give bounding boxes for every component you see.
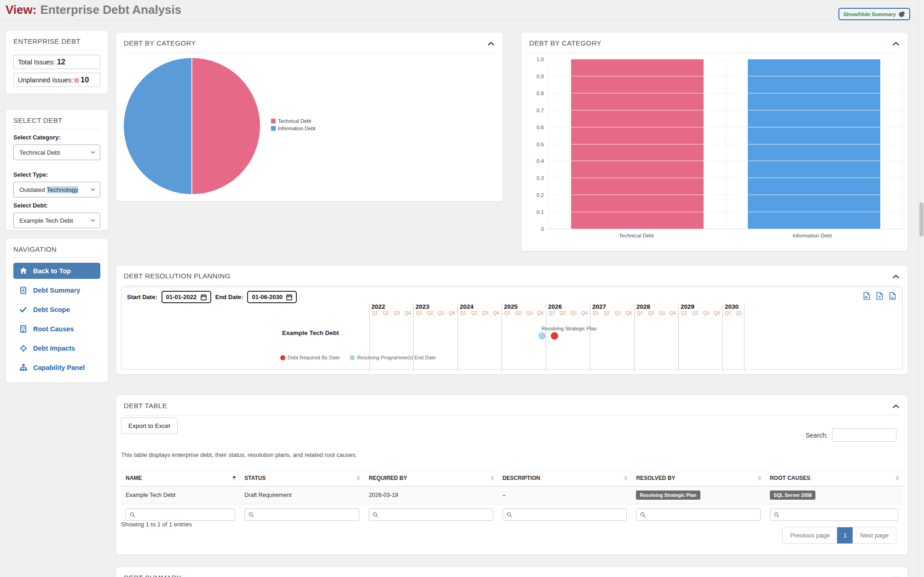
pie-legend-swatch (271, 119, 276, 123)
collapse-chevron-icon[interactable] (892, 402, 900, 410)
current-page-button[interactable]: 1 (837, 527, 853, 543)
timeline-quarter-label: Q2 (733, 311, 744, 316)
timeline-date-controls: Start Date: 01-01-2022 End Date: 01-06-2… (127, 291, 297, 303)
timeline-quarter-label: Q3 (701, 311, 712, 316)
column-header-root-causes[interactable]: ROOT CAUSES (765, 470, 903, 486)
filter-input-root-causes[interactable] (782, 512, 894, 518)
check-icon (19, 307, 27, 312)
vertical-scrollbar[interactable] (918, 0, 924, 577)
column-header-required-by[interactable]: REQUIRED BY (364, 470, 498, 486)
collapse-chevron-icon[interactable] (892, 272, 900, 281)
ppt-file-icon[interactable]: P (876, 292, 883, 300)
nav-item-debt-impacts[interactable]: Debt Impacts (13, 340, 100, 356)
timeline-quarter-label: Q4 (579, 311, 590, 316)
sort-icon (232, 476, 236, 481)
previous-page-button[interactable]: Previous page (783, 527, 837, 543)
end-date-label: End Date: (215, 294, 243, 300)
bar-chart: 1.00.90.80.70.60.50.40.30.20.10 (529, 59, 903, 229)
enterprise-debt-title: ENTERPRISE DEBT (13, 37, 100, 45)
debt-summary-panel: DEBT SUMMARY (116, 567, 908, 577)
table-row[interactable]: Example Tech Debt Draft Requirement 2026… (121, 486, 903, 504)
type-select-value-highlighted: Technology (47, 186, 78, 193)
scrollbar-thumb[interactable] (919, 202, 924, 237)
timeline-quarter-label: Q2 (469, 311, 480, 316)
timeline-quarter-label: Q1 (546, 311, 557, 316)
cell-status: Draft Requirement (240, 486, 364, 504)
nav-item-debt-scope[interactable]: Debt Scope (13, 301, 100, 317)
nav-item-debt-summary[interactable]: Debt Summary (13, 282, 100, 298)
pie-panel-title: DEBT BY CATEGORY (124, 39, 196, 47)
collapse-chevron-icon[interactable] (487, 39, 495, 48)
bar-panel-title: DEBT BY CATEGORY (529, 39, 601, 47)
timeline-year-2024: 2024Q1Q2Q3Q4 (457, 303, 502, 371)
filter-input-description[interactable] (515, 512, 623, 518)
nav-item-label: Capability Panel (33, 364, 85, 371)
pagination: Previous page 1 Next page (782, 527, 896, 544)
filter-description (502, 508, 627, 521)
resolved-by-badge[interactable]: Resolving Strategic Plan (636, 490, 700, 500)
search-icon (640, 512, 646, 518)
gridline (549, 178, 903, 178)
nav-item-label: Debt Scope (33, 306, 70, 313)
timeline-year-label: 2026 (546, 303, 590, 310)
calendar-icon (201, 294, 207, 300)
crosshair-icon (19, 345, 27, 352)
filter-input-status[interactable] (257, 512, 355, 518)
nav-item-back-to-top[interactable]: Back to Top (13, 263, 100, 279)
search-input[interactable] (832, 428, 896, 442)
timeline-quarter-label: Q1 (590, 311, 601, 316)
timeline-legend: Debt Required By Date Resolving Programm… (280, 355, 436, 360)
export-to-excel-button[interactable]: Export to Excel (121, 417, 178, 434)
start-date-input[interactable]: 01-01-2022 (162, 291, 211, 303)
gridline (549, 76, 903, 76)
timeline-year-2028: 2028Q1Q2Q3Q4 (634, 303, 678, 371)
collapse-chevron-icon[interactable] (892, 574, 900, 577)
timeline-year-label: 2025 (502, 303, 546, 310)
timeline-quarter-label: Q2 (513, 311, 524, 316)
timeline-quarter-label: Q1 (458, 311, 469, 316)
next-page-button[interactable]: Next page (853, 527, 896, 543)
filter-input-required-by[interactable] (381, 512, 489, 518)
column-header-resolved-by[interactable]: RESOLVED BY (631, 470, 765, 486)
column-header-status[interactable]: STATUS (240, 470, 364, 486)
timeline-quarter-label: Q2 (425, 311, 436, 316)
debt-select[interactable]: Example Tech Debt (13, 213, 100, 228)
svg-text:P: P (878, 295, 881, 299)
collapse-chevron-icon[interactable] (892, 39, 900, 48)
summary-panel-title: DEBT SUMMARY (124, 574, 181, 577)
nav-item-capability-panel[interactable]: Capability Panel (13, 359, 100, 375)
end-date-input[interactable]: 01-06-2030 (247, 291, 297, 303)
building-icon (19, 325, 27, 333)
timeline-container: Start Date: 01-01-2022 End Date: 01-06-2… (121, 287, 903, 369)
y-axis-tick-label: 0.1 (537, 209, 544, 215)
pdf-file-icon[interactable] (863, 292, 870, 300)
timeline-export-icons: P (863, 292, 896, 300)
category-select[interactable]: Technical Debt (13, 144, 100, 160)
timeline-year-label: 2030 (723, 303, 744, 310)
document-icon (19, 287, 27, 294)
image-file-icon[interactable] (889, 292, 896, 300)
column-header-name[interactable]: NAME (121, 470, 240, 486)
timeline-quarter-label: Q4 (446, 311, 457, 316)
nav-item-root-causes[interactable]: Root Causes (13, 321, 100, 337)
category-select-value: Technical Debt (19, 149, 60, 156)
column-header-description[interactable]: DESCRIPTION (498, 470, 632, 486)
show-hide-summary-button[interactable]: Show/Hide Summary (838, 8, 910, 20)
resolution-panel-title: DEBT RESOLUTION PLANNING (124, 272, 231, 280)
type-select[interactable]: OutdatedTechnology (13, 182, 100, 197)
timeline-year-2027: 2027Q1Q2Q3Q4 (590, 303, 634, 371)
y-axis-tick-label: 1.0 (537, 57, 544, 62)
pie-legend: Technical Debt Information Debt (271, 118, 315, 133)
timeline-quarter-label: Q3 (612, 311, 624, 316)
timeline-year-label: 2024 (458, 303, 502, 310)
nav-item-label: Back to Top (33, 267, 71, 275)
debt-select-value: Example Tech Debt (19, 217, 73, 224)
filter-input-resolved-by[interactable] (648, 512, 757, 518)
root-cause-badge[interactable]: SQL Server 2008 (770, 490, 815, 500)
filter-input-name[interactable] (138, 512, 231, 518)
timeline-grid: 2022Q1Q2Q3Q42023Q1Q2Q3Q42024Q1Q2Q3Q42025… (369, 303, 745, 371)
unplanned-dot-icon (74, 78, 79, 83)
timeline-year-label: 2022 (370, 303, 413, 310)
bar-technical-debt (571, 59, 704, 229)
debt-table: NAME STATUS REQUIRED BY DESCRIPTION RESO… (121, 470, 903, 525)
